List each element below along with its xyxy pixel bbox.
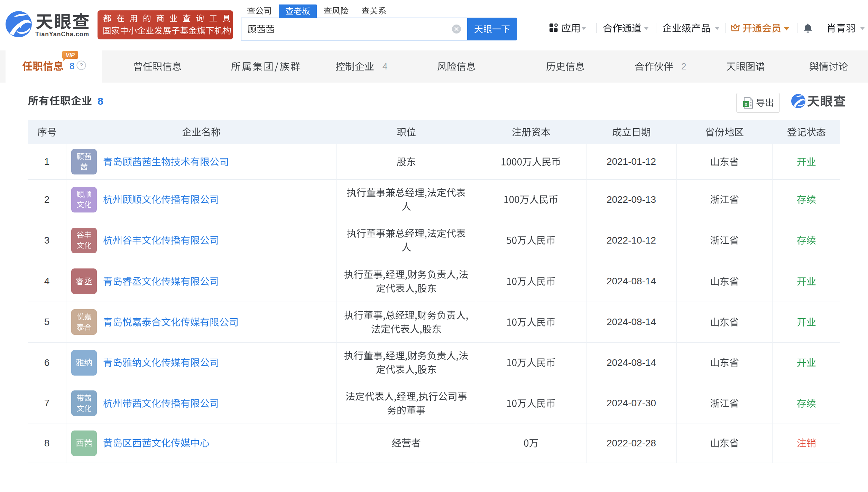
svg-text:VIP: VIP <box>66 52 75 58</box>
svg-text:?: ? <box>80 62 83 69</box>
svg-text:x: x <box>745 102 747 107</box>
